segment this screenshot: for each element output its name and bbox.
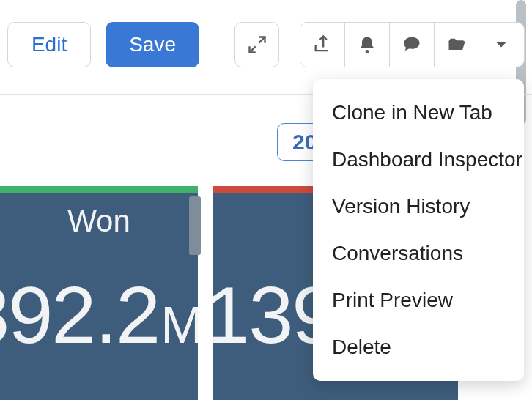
svg-point-2 [366, 50, 369, 53]
action-icon-group [300, 22, 525, 67]
more-menu-dropdown: Clone in New Tab Dashboard Inspector Ver… [313, 79, 524, 381]
expand-icon [247, 34, 267, 55]
menu-conversations[interactable]: Conversations [313, 230, 524, 277]
svg-line-1 [249, 46, 255, 52]
folder-button[interactable] [435, 23, 479, 67]
menu-dashboard-inspector[interactable]: Dashboard Inspector [313, 136, 524, 183]
won-unit: M [160, 297, 198, 354]
menu-clone-in-new-tab[interactable]: Clone in New Tab [313, 89, 524, 136]
menu-version-history[interactable]: Version History [313, 183, 524, 230]
card-scrollbar[interactable] [189, 196, 201, 255]
folder-open-icon [446, 34, 467, 55]
won-number: 892.2 [0, 270, 159, 360]
comments-button[interactable] [390, 23, 435, 67]
more-menu-button[interactable] [479, 23, 524, 67]
app-root: Edit Save [0, 0, 532, 400]
bell-icon [357, 34, 377, 55]
caret-down-icon [491, 34, 511, 55]
expand-button[interactable] [234, 22, 279, 67]
menu-delete[interactable]: Delete [313, 324, 524, 371]
won-value: 892.2M [0, 268, 198, 361]
share-icon [312, 34, 333, 55]
svg-line-0 [259, 37, 265, 43]
won-accent-bar [0, 186, 198, 193]
edit-button[interactable]: Edit [7, 22, 91, 67]
won-card[interactable]: Won 892.2M [0, 186, 198, 400]
chat-icon [402, 34, 422, 55]
save-button[interactable]: Save [106, 22, 199, 67]
share-button[interactable] [300, 23, 345, 67]
toolbar: Edit Save [0, 22, 532, 67]
notifications-button[interactable] [345, 23, 390, 67]
won-title: Won [0, 204, 198, 239]
menu-print-preview[interactable]: Print Preview [313, 277, 524, 324]
